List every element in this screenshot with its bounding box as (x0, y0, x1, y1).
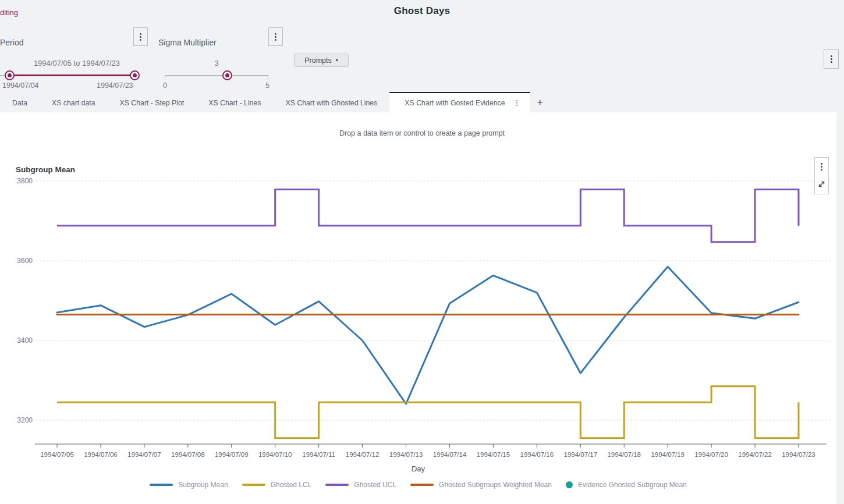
x-tick-label: 1994/07/19 (651, 451, 685, 458)
period-min-label: 1994/07/04 (2, 81, 39, 90)
chart-toolbar (814, 157, 829, 194)
x-tick-label: 1994/07/14 (433, 451, 467, 458)
period-slider-handle-start[interactable] (5, 70, 15, 80)
sigma-slider-handle[interactable] (222, 70, 232, 80)
sigma-slider-track[interactable] (165, 75, 268, 76)
tab-label: XS Chart with Ghosted Lines (285, 99, 377, 107)
y-tick-label: 3800 (17, 177, 33, 185)
legend-item-ghosted-ucl[interactable]: Ghosted UCL (325, 481, 396, 489)
tab-label: XS Chart with Gosted Evidence (405, 99, 505, 107)
legend-label: Subgroup Mean (178, 481, 228, 489)
sigma-control-label: Sigma Multiplier (158, 38, 217, 47)
period-control-label: Period (0, 38, 23, 47)
legend-label: Ghosted LCL (271, 481, 312, 489)
tab-strip: DataXS chart dataXS Chart - Step PlotXS … (0, 92, 844, 112)
sigma-track-start-tick (165, 76, 165, 80)
x-tick-label: 1994/07/16 (520, 451, 554, 458)
kebab-icon (821, 163, 822, 171)
legend-line-swatch (150, 484, 173, 486)
period-menu-button[interactable] (133, 27, 148, 46)
expand-icon (817, 180, 826, 189)
x-tick-label: 1994/07/07 (127, 451, 161, 458)
control-chart[interactable]: 32003400360038001994/07/051994/07/061994… (0, 148, 844, 463)
sigma-track-end-tick (268, 76, 268, 80)
x-tick-label: 1994/07/13 (389, 451, 423, 458)
right-gutter (836, 112, 844, 504)
sigma-max-label: 5 (265, 81, 269, 90)
tab-label: XS Chart - Lines (208, 99, 261, 107)
tab-list: DataXS chart dataXS Chart - Step PlotXS … (0, 92, 530, 112)
page-prompt-drop-hint: Drop a data item or control to create a … (0, 129, 844, 137)
tab-label: XS Chart - Step Plot (120, 99, 185, 107)
kebab-icon (831, 55, 832, 63)
chart-expand-button[interactable] (817, 180, 826, 189)
prompts-button[interactable]: Prompts ▾ (294, 54, 349, 67)
legend-item-ghosted-lcl[interactable]: Ghosted LCL (242, 481, 312, 489)
tab-data[interactable]: Data (0, 92, 40, 112)
page-menu-button[interactable] (824, 49, 839, 69)
sigma-menu-button[interactable] (268, 27, 283, 46)
page-content: Drop a data item or control to create a … (0, 112, 836, 504)
x-tick-label: 1994/07/10 (258, 451, 292, 458)
x-tick-label: 1994/07/12 (346, 451, 380, 458)
add-page-button[interactable]: + (530, 92, 550, 112)
series-subgroup-mean[interactable] (57, 267, 799, 404)
tab-xs-chart-with-gosted-evidence[interactable]: XS Chart with Gosted Evidence⋮ (389, 92, 530, 112)
tab-label: XS chart data (52, 99, 95, 107)
legend-line-swatch (242, 484, 265, 486)
legend-dot-swatch (566, 481, 573, 488)
tab-xs-chart-data[interactable]: XS chart data (40, 92, 108, 112)
legend-label: Ghosted UCL (354, 481, 396, 489)
legend-label: Evidence Ghosted Subgroup Mean (578, 481, 687, 489)
legend-line-swatch (410, 484, 434, 486)
tab-xs-chart-lines[interactable]: XS Chart - Lines (196, 92, 273, 112)
legend-line-swatch (325, 484, 349, 486)
x-tick-label: 1994/07/06 (84, 451, 118, 458)
x-tick-label: 1994/07/08 (171, 451, 205, 458)
series-ghosted-lcl[interactable] (57, 386, 799, 438)
sigma-slider-value: 3 (165, 59, 268, 68)
tab-kebab-icon[interactable]: ⋮ (513, 98, 521, 107)
tab-xs-chart-with-ghosted-lines[interactable]: XS Chart with Ghosted Lines (273, 92, 389, 112)
x-tick-label: 1994/07/09 (215, 451, 249, 458)
legend-item-subgroup-mean[interactable]: Subgroup Mean (150, 481, 228, 489)
series-ghosted-ucl[interactable] (57, 189, 799, 242)
chart-menu-button[interactable] (821, 163, 822, 171)
page-title: Ghost Days (0, 5, 844, 17)
period-max-label: 1994/07/23 (97, 81, 133, 90)
x-tick-label: 1994/07/20 (694, 451, 728, 458)
y-tick-label: 3400 (17, 336, 33, 345)
legend-label: Ghosted Subgroups Weighted Mean (439, 481, 552, 489)
x-tick-label: 1994/07/22 (738, 451, 772, 458)
legend-item-ghosted-subgroups-weighted-mean[interactable]: Ghosted Subgroups Weighted Mean (410, 481, 552, 489)
prompts-button-label: Prompts (304, 56, 332, 65)
period-slider-handle-end[interactable] (130, 70, 140, 80)
tab-xs-chart-step-plot[interactable]: XS Chart - Step Plot (108, 92, 197, 112)
header: diting Ghost Days Period 1994/07/05 to 1… (0, 0, 844, 112)
chevron-down-icon: ▾ (336, 58, 338, 63)
app-screen: diting Ghost Days Period 1994/07/05 to 1… (0, 0, 844, 504)
x-tick-label: 1994/07/23 (782, 451, 815, 458)
x-tick-label: 1994/07/17 (563, 451, 597, 458)
kebab-icon (140, 33, 141, 41)
x-axis-title: Day (0, 464, 836, 473)
kebab-icon (275, 33, 276, 41)
x-tick-label: 1994/07/18 (607, 451, 641, 458)
x-tick-label: 1994/07/15 (477, 451, 510, 458)
x-tick-label: 1994/07/11 (302, 451, 335, 458)
y-tick-label: 3600 (17, 257, 33, 265)
y-tick-label: 3200 (17, 416, 33, 424)
period-slider-selected-range[interactable] (9, 74, 134, 76)
legend-item-evidence-ghosted-subgroup-mean[interactable]: Evidence Ghosted Subgroup Mean (566, 481, 687, 489)
tab-label: Data (12, 99, 27, 107)
x-tick-label: 1994/07/05 (40, 451, 74, 458)
chart-legend: Subgroup MeanGhosted LCLGhosted UCLGhost… (0, 481, 836, 489)
period-slider-value: 1994/07/05 to 1994/07/23 (9, 59, 144, 68)
sigma-min-label: 0 (163, 81, 167, 90)
